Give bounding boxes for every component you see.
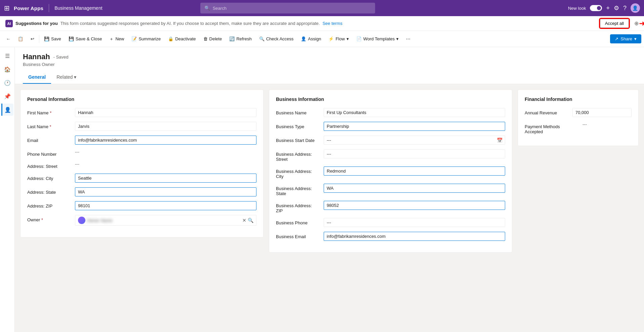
assign-icon: 👤	[301, 36, 306, 41]
business-phone-input[interactable]	[324, 218, 505, 227]
accept-all-button[interactable]: Accept all	[600, 19, 629, 28]
back-icon: ←	[6, 36, 10, 41]
field-business-name: Business Name	[276, 108, 505, 117]
tab-general[interactable]: General	[23, 71, 51, 84]
check-access-label: Check Access	[266, 36, 294, 41]
search-box[interactable]: 🔍	[200, 3, 375, 13]
last-name-input[interactable]	[75, 122, 256, 131]
save-close-icon: 💾	[69, 36, 74, 41]
see-terms-link[interactable]: See terms	[322, 21, 342, 26]
owner-avatar	[78, 217, 85, 224]
more-button[interactable]: ⋯	[403, 35, 414, 43]
field-first-name: First Name	[27, 108, 256, 117]
user-icon[interactable]: 👤	[631, 3, 640, 13]
new-look-toggle[interactable]	[590, 5, 602, 11]
check-access-icon: 🔍	[259, 36, 265, 41]
phone-label: Phone Number	[27, 149, 71, 157]
suggestion-text: Suggestions for you	[15, 21, 58, 26]
sidebar-item-home[interactable]: 🏠	[1, 63, 13, 75]
owner-clear-icon[interactable]: ✕	[242, 218, 246, 223]
summarize-label: Summarize	[138, 36, 161, 41]
business-type-label: Business Type	[276, 122, 320, 129]
main-layout: ☰ 🏠 🕐 📌 👤 Hannah - Saved Business Owner …	[0, 47, 644, 332]
save-close-button[interactable]: 💾 Save & Close	[65, 35, 106, 43]
more-icon: ⋯	[406, 36, 410, 41]
check-access-button[interactable]: 🔍 Check Access	[256, 35, 297, 43]
field-business-email: Business Email	[276, 232, 505, 241]
address-street-static: ---	[75, 159, 79, 169]
share-label: Share	[620, 36, 632, 41]
assign-label: Assign	[308, 36, 321, 41]
field-last-name: Last Name	[27, 122, 256, 131]
field-business-address-street: Business Address: Street	[276, 149, 505, 162]
sidebar-item-pinned[interactable]: 📌	[1, 90, 13, 102]
restore-button[interactable]: ↩	[27, 35, 38, 43]
record-header: Hannah - Saved Business Owner General Re…	[15, 47, 644, 84]
owner-label: Owner	[27, 215, 71, 222]
new-icon: ＋	[109, 36, 114, 42]
field-address-state: Address: State	[27, 187, 256, 196]
field-business-address-city: Business Address: City	[276, 167, 505, 179]
email-input[interactable]	[75, 136, 256, 145]
clipboard-button[interactable]: 📋	[14, 35, 27, 43]
business-address-zip-input[interactable]	[324, 201, 505, 210]
phone-static: ---	[75, 147, 79, 156]
sidebar-item-contacts[interactable]: 👤	[1, 104, 13, 116]
delete-button[interactable]: 🗑 Delete	[200, 35, 226, 43]
record-title-row: Hannah - Saved	[23, 52, 636, 61]
search-input[interactable]	[213, 6, 371, 11]
tab-related[interactable]: Related ▾	[51, 71, 82, 84]
owner-field[interactable]: Owner Name ✕ 🔍	[75, 215, 256, 226]
suggestion-bar-collapse-icon[interactable]: ⊕	[634, 20, 639, 27]
flow-chevron-icon: ▾	[347, 36, 349, 41]
share-button[interactable]: ↗ Share ▾	[610, 34, 641, 43]
business-name-input[interactable]	[324, 108, 505, 117]
word-templates-button[interactable]: 📄 Word Templates ▾	[353, 35, 402, 43]
business-start-date-input[interactable]	[324, 136, 505, 145]
owner-name: Owner Name	[87, 218, 241, 223]
waffle-icon[interactable]: ⊞	[4, 4, 10, 12]
business-address-city-value	[324, 167, 505, 176]
business-address-state-input[interactable]	[324, 184, 505, 193]
refresh-icon: 🔄	[229, 36, 235, 41]
first-name-input[interactable]	[75, 108, 256, 117]
refresh-button[interactable]: 🔄 Refresh	[226, 35, 255, 43]
settings-icon[interactable]: ⚙	[614, 4, 619, 12]
nav-right: New look + ⚙ ? 👤	[568, 3, 640, 13]
field-business-address-zip: Business Address: ZIP	[276, 201, 505, 213]
address-city-input[interactable]	[75, 174, 256, 183]
deactivate-button[interactable]: 🔒 Deactivate	[165, 35, 199, 43]
summarize-button[interactable]: 📝 Summarize	[128, 35, 164, 43]
business-address-street-input[interactable]	[324, 149, 505, 158]
address-zip-input[interactable]	[75, 201, 256, 210]
sidebar-item-recent[interactable]: 🕐	[1, 77, 13, 89]
new-button[interactable]: ＋ New	[106, 34, 127, 44]
save-label: Save	[51, 36, 61, 41]
financial-information-section: Financial Information Annual Revenue Pay…	[518, 89, 639, 146]
field-address-street: Address: Street ---	[27, 161, 256, 169]
flow-button[interactable]: ⚡ Flow ▾	[325, 35, 352, 43]
business-email-value	[324, 232, 505, 241]
help-icon[interactable]: ?	[623, 5, 627, 12]
summarize-icon: 📝	[131, 36, 137, 41]
business-type-input[interactable]	[324, 122, 505, 131]
owner-search-icon[interactable]: 🔍	[248, 218, 253, 223]
business-address-city-input[interactable]	[324, 167, 505, 176]
back-button[interactable]: ←	[3, 35, 14, 43]
assign-button[interactable]: 👤 Assign	[297, 35, 324, 43]
email-label: Email	[27, 136, 71, 143]
share-icon: ↗	[615, 36, 618, 41]
app-name: Power Apps	[14, 5, 43, 11]
record-subtitle: Business Owner	[23, 62, 636, 67]
annual-revenue-input[interactable]	[572, 108, 632, 117]
annual-revenue-value	[572, 108, 632, 117]
plus-icon[interactable]: +	[606, 5, 610, 12]
address-state-input[interactable]	[75, 187, 256, 196]
flow-icon: ⚡	[328, 36, 334, 41]
sidebar-item-menu[interactable]: ☰	[1, 50, 13, 62]
field-address-zip: Address: ZIP	[27, 201, 256, 210]
business-email-input[interactable]	[324, 232, 505, 241]
save-button[interactable]: 💾 Save	[41, 35, 65, 43]
module-name: Business Management	[54, 5, 102, 11]
field-annual-revenue: Annual Revenue	[525, 108, 632, 117]
